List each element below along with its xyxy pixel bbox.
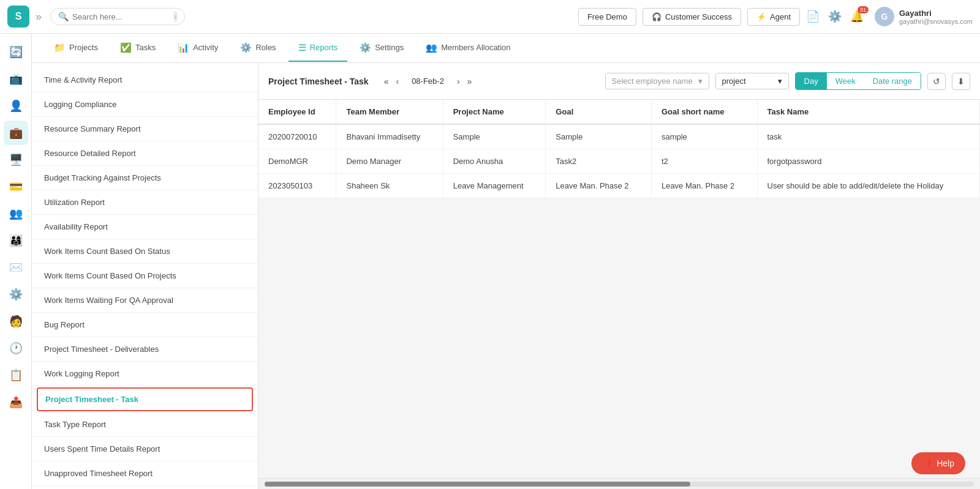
view-week-btn[interactable]: Week xyxy=(827,73,864,89)
sidebar-icon-tv[interactable]: 📺 xyxy=(4,67,28,91)
user-email: gayathri@snovasys.com xyxy=(899,18,973,25)
cell-team-member: Bhavani Immadisetty xyxy=(336,124,443,149)
tab-members-label: Members Allocation xyxy=(441,43,510,52)
report-table-wrapper: Employee Id Team Member Project Name Goa… xyxy=(258,100,980,478)
tab-projects-label: Projects xyxy=(69,43,98,52)
cell-team-member: Shaheen Sk xyxy=(336,174,443,198)
nav-next-btn[interactable]: › xyxy=(454,75,463,88)
report-item-resource-detailed[interactable]: Resource Detailed Report xyxy=(32,141,258,166)
tab-reports-label: Reports xyxy=(310,43,338,52)
sidebar-icon-group[interactable]: 👥 xyxy=(4,201,28,226)
sidebar-icon-person[interactable]: 🧑 xyxy=(4,309,28,334)
reset-btn[interactable]: ↺ xyxy=(927,73,946,90)
report-item-work-items-qa[interactable]: Work Items Waiting For QA Approval xyxy=(32,288,258,313)
sidebar-icon-team[interactable]: 👨‍👩‍👧 xyxy=(4,228,28,253)
tab-roles[interactable]: ⚙️ Roles xyxy=(230,35,285,62)
search-icon: 🔍 xyxy=(58,12,69,21)
cell-goal: Task2 xyxy=(546,149,652,174)
cell-task-name: forgotpassword xyxy=(757,149,980,174)
tab-projects[interactable]: 📁 Projects xyxy=(44,35,108,62)
date-display: 08-Feb-2 xyxy=(408,77,448,86)
cell-employee-id: DemoMGR xyxy=(258,149,336,174)
notifications-icon-btn[interactable]: 🔔 31 xyxy=(850,10,864,23)
report-item-task-type[interactable]: Task Type Report xyxy=(32,412,258,437)
cell-employee-id: 2023050103 xyxy=(258,174,336,198)
roles-icon: ⚙️ xyxy=(240,42,252,53)
tab-tasks[interactable]: ✅ Tasks xyxy=(110,35,165,62)
settings-tab-icon: ⚙️ xyxy=(360,42,371,53)
activity-icon: 📊 xyxy=(178,42,189,53)
document-icon-btn[interactable]: 📄 xyxy=(806,10,820,23)
report-item-utilization[interactable]: Utilization Report xyxy=(32,190,258,215)
employee-select-placeholder: Select employee name xyxy=(612,77,693,86)
main-layout: 🔄 📺 👤 💼 🖥️ 💳 👥 👨‍👩‍👧 ✉️ ⚙️ 🧑 🕐 📋 📤 📁 Pro… xyxy=(0,34,980,489)
tabs-nav: 📁 Projects ✅ Tasks 📊 Activity ⚙️ Roles ☰… xyxy=(32,34,980,63)
tab-activity[interactable]: 📊 Activity xyxy=(168,35,228,62)
search-input[interactable] xyxy=(72,12,170,21)
avatar-info: Gayathri gayathri@snovasys.com xyxy=(899,9,973,25)
sidebar-icon-monitor[interactable]: 🖥️ xyxy=(4,147,28,172)
tab-members[interactable]: 👥 Members Allocation xyxy=(416,35,520,62)
sidebar-icon-book[interactable]: 📋 xyxy=(4,363,28,387)
sidebar-icon-cog[interactable]: ⚙️ xyxy=(4,282,28,307)
download-btn[interactable]: ⬇ xyxy=(952,73,970,90)
report-item-resource-summary[interactable]: Resource Summary Report xyxy=(32,117,258,141)
nav-last-btn[interactable]: » xyxy=(464,75,475,88)
report-item-project-timesheet-task[interactable]: Project Timesheet - Task xyxy=(37,387,253,411)
table-row: 2023050103 Shaheen Sk Leave Management L… xyxy=(258,174,980,198)
customer-success-label: Customer Success xyxy=(665,12,732,21)
view-buttons: Day Week Date range xyxy=(795,72,921,90)
employee-dropdown-icon: ▾ xyxy=(698,77,703,86)
col-goal: Goal xyxy=(546,100,652,124)
app-logo: S xyxy=(7,6,29,28)
tab-tasks-label: Tasks xyxy=(135,43,156,52)
view-daterange-btn[interactable]: Date range xyxy=(864,73,921,89)
sidebar-icon-briefcase[interactable]: 💼 xyxy=(4,121,28,145)
col-task-name: Task Name xyxy=(757,100,980,124)
employee-select[interactable]: Select employee name ▾ xyxy=(605,73,709,89)
col-project-name: Project Name xyxy=(443,100,546,124)
report-item-bug-report[interactable]: Bug Report xyxy=(32,313,258,337)
customer-success-button[interactable]: 🎧 Customer Success xyxy=(643,8,741,26)
nav-first-btn[interactable]: « xyxy=(381,75,392,88)
cell-employee-id: 20200720010 xyxy=(258,124,336,149)
col-goal-short: Goal short name xyxy=(651,100,757,124)
sidebar-icon-send[interactable]: 📤 xyxy=(4,390,28,414)
help-icon: ❓ xyxy=(922,458,933,468)
report-item-users-spent-time[interactable]: Users Spent Time Details Report xyxy=(32,437,258,461)
sidebar-icon-clock[interactable]: 🕐 xyxy=(4,336,28,360)
nav-prev-btn[interactable]: ‹ xyxy=(393,75,402,88)
report-item-work-items-status[interactable]: Work Items Count Based On Status xyxy=(32,239,258,264)
report-item-logging-compliance[interactable]: Logging Compliance xyxy=(32,92,258,117)
cell-goal: Sample xyxy=(546,124,652,149)
tab-settings[interactable]: ⚙️ Settings xyxy=(350,35,413,62)
col-employee-id: Employee Id xyxy=(258,100,336,124)
tab-settings-label: Settings xyxy=(375,43,404,52)
nav-dots[interactable]: » xyxy=(36,10,42,23)
free-demo-button[interactable]: Free Demo xyxy=(578,8,636,26)
sidebar-icon-card[interactable]: 💳 xyxy=(4,174,28,199)
report-item-work-items-projects[interactable]: Work Items Count Based On Projects xyxy=(32,264,258,288)
agent-button[interactable]: ⚡ Agent xyxy=(747,8,800,26)
content-area: Time & Activity Report Logging Complianc… xyxy=(32,63,980,489)
sidebar-icon-user[interactable]: 👤 xyxy=(4,94,28,118)
info-icon[interactable]: i xyxy=(174,11,177,22)
sidebar-icon-mail[interactable]: ✉️ xyxy=(4,255,28,280)
user-avatar-area[interactable]: G Gayathri gayathri@snovasys.com xyxy=(875,7,973,26)
settings-icon-btn[interactable]: ⚙️ xyxy=(828,10,842,23)
user-name: Gayathri xyxy=(899,9,973,18)
project-select[interactable]: project ▾ xyxy=(715,73,789,89)
view-day-btn[interactable]: Day xyxy=(796,73,827,89)
sidebar-icon-dashboard[interactable]: 🔄 xyxy=(4,40,28,64)
report-item-project-timesheet-del[interactable]: Project Timesheet - Deliverables xyxy=(32,337,258,362)
report-item-budget-tracking[interactable]: Budget Tracking Against Projects xyxy=(32,166,258,190)
report-item-unapproved-timesheet[interactable]: Unapproved Timesheet Report xyxy=(32,461,258,486)
report-item-availability[interactable]: Availability Report xyxy=(32,215,258,239)
nav-arrows-right: › » xyxy=(454,75,475,88)
report-item-work-logging[interactable]: Work Logging Report xyxy=(32,362,258,386)
tab-reports[interactable]: ☰ Reports xyxy=(288,35,348,62)
help-button[interactable]: ❓ Help xyxy=(911,452,965,474)
projects-icon: 📁 xyxy=(54,42,66,53)
report-item-time-activity[interactable]: Time & Activity Report xyxy=(32,68,258,92)
horizontal-scrollbar[interactable] xyxy=(258,478,980,489)
